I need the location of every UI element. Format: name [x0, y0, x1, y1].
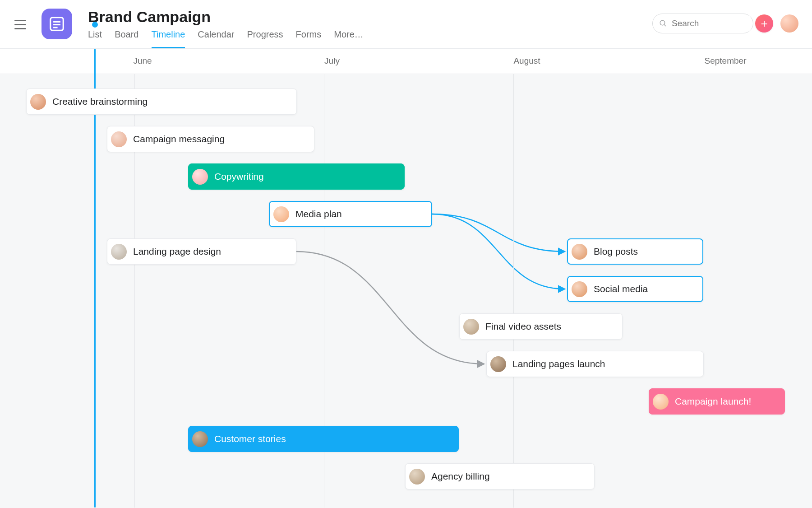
assignee-avatar[interactable] [490, 356, 506, 372]
task-card[interactable]: Final video assets [459, 313, 623, 340]
task-label: Agency billing [431, 471, 490, 482]
month-label: June [133, 56, 152, 66]
task-label: Creative brainstorming [52, 96, 148, 107]
task-card[interactable]: Agency billing [405, 463, 595, 489]
project-icon[interactable] [42, 9, 72, 39]
dependency-arrow [296, 252, 484, 364]
search-input[interactable] [672, 19, 739, 28]
assignee-avatar[interactable] [409, 469, 425, 485]
tab-calendar[interactable]: Calendar [198, 29, 234, 48]
task-card[interactable]: Landing pages launch [486, 351, 704, 377]
tab-timeline[interactable]: Timeline [152, 29, 185, 48]
assignee-avatar[interactable] [273, 206, 289, 222]
month-label: July [324, 56, 340, 66]
task-label: Final video assets [485, 321, 561, 332]
assignee-avatar[interactable] [30, 94, 46, 110]
task-card[interactable]: Copywriting [188, 163, 405, 190]
task-card[interactable]: Campaign launch! [649, 388, 785, 415]
assignee-avatar[interactable] [572, 281, 587, 297]
plus-icon: + [761, 18, 767, 29]
list-icon [48, 15, 65, 33]
tab-more[interactable]: More… [334, 29, 364, 48]
task-label: Social media [594, 284, 648, 294]
assignee-avatar[interactable] [653, 394, 669, 410]
search-field[interactable] [652, 14, 753, 33]
task-label: Customer stories [214, 433, 286, 444]
tab-forms[interactable]: Forms [296, 29, 322, 48]
svg-point-4 [660, 20, 665, 25]
timeline-body[interactable]: Creative brainstormingCampaign messaging… [0, 74, 812, 508]
page-title: Brand Campaign [88, 8, 211, 26]
assignee-avatar[interactable] [192, 431, 208, 447]
current-user-avatar[interactable] [780, 14, 798, 33]
today-marker [94, 49, 96, 508]
task-card[interactable]: Creative brainstorming [26, 89, 297, 115]
search-icon [659, 19, 667, 28]
task-card[interactable]: Landing page design [107, 238, 296, 265]
dependency-arrow [432, 214, 564, 252]
task-label: Campaign launch! [675, 396, 751, 407]
task-card[interactable]: Social media [567, 276, 703, 302]
dependency-arrow [432, 214, 564, 289]
month-label: September [705, 56, 747, 66]
view-tabs: ListBoardTimelineCalendarProgressFormsMo… [88, 29, 364, 48]
task-label: Landing pages launch [512, 359, 605, 369]
assignee-avatar[interactable] [111, 244, 127, 260]
month-gridline [513, 74, 514, 508]
tab-progress[interactable]: Progress [247, 29, 283, 48]
task-card[interactable]: Customer stories [188, 426, 459, 452]
tab-board[interactable]: Board [115, 29, 138, 48]
task-card[interactable]: Campaign messaging [107, 126, 314, 152]
task-card[interactable]: Blog posts [567, 238, 703, 265]
hamburger-icon [14, 20, 26, 21]
month-label: August [513, 56, 540, 66]
add-button[interactable]: + [755, 14, 773, 33]
app-header: Brand Campaign ListBoardTimelineCalendar… [0, 0, 812, 49]
menu-toggle-button[interactable] [14, 17, 29, 32]
assignee-avatar[interactable] [111, 131, 127, 147]
timeline-month-header: JuneJulyAugustSeptember [0, 49, 812, 74]
svg-line-5 [664, 24, 666, 26]
task-card[interactable]: Media plan [269, 201, 432, 227]
task-label: Blog posts [594, 246, 638, 257]
task-label: Copywriting [214, 171, 264, 182]
assignee-avatar[interactable] [463, 319, 479, 335]
assignee-avatar[interactable] [572, 244, 587, 260]
task-label: Landing page design [133, 246, 221, 257]
task-label: Campaign messaging [133, 134, 225, 144]
task-label: Media plan [295, 209, 342, 219]
tab-list[interactable]: List [88, 29, 102, 48]
assignee-avatar[interactable] [192, 169, 208, 185]
